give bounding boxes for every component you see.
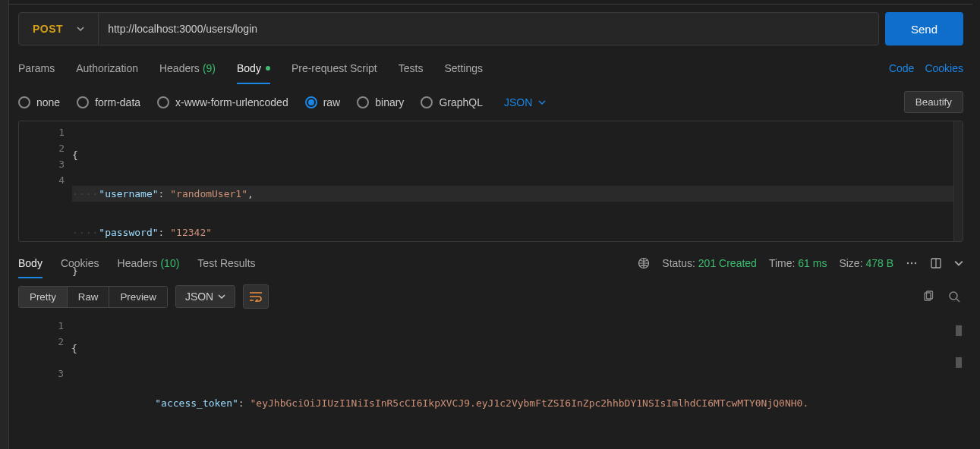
- tab-settings[interactable]: Settings: [444, 53, 483, 83]
- radio-icon: [357, 96, 369, 108]
- line-gutter: 1 2 3: [18, 315, 71, 421]
- method-label: POST: [33, 23, 63, 35]
- resp-tab-headers[interactable]: Headers (10): [118, 254, 180, 272]
- left-gutter: [0, 0, 9, 449]
- radio-icon: [305, 96, 317, 108]
- code-area[interactable]: { "access_token": "eyJhbGciOiJIUzI1NiIsI…: [71, 315, 963, 421]
- svg-line-11: [956, 299, 960, 302]
- body-format-dropdown[interactable]: JSON: [504, 96, 546, 108]
- request-body-editor[interactable]: 1 2 3 4 { ····"username": "randomUser1",…: [18, 121, 963, 242]
- url-box: POST: [18, 12, 879, 46]
- radio-icon: [421, 96, 433, 108]
- radio-icon: [157, 96, 169, 108]
- body-modified-dot: [266, 66, 270, 71]
- response-body-editor[interactable]: 1 2 3 { "access_token": "eyJhbGciOiJIUzI…: [18, 315, 963, 421]
- resp-tab-body[interactable]: Body: [18, 254, 43, 272]
- radio-graphql[interactable]: GraphQL: [421, 96, 483, 108]
- tab-prerequest[interactable]: Pre-request Script: [291, 53, 377, 83]
- radio-icon: [77, 96, 89, 108]
- cookies-link[interactable]: Cookies: [925, 62, 963, 74]
- radio-urlencoded[interactable]: x-www-form-urlencoded: [157, 96, 288, 108]
- method-select[interactable]: POST: [19, 13, 99, 45]
- scrollbar[interactable]: [956, 315, 963, 378]
- code-link[interactable]: Code: [889, 62, 914, 74]
- tab-body[interactable]: Body: [237, 53, 270, 83]
- tab-headers[interactable]: Headers (9): [159, 53, 216, 83]
- headers-count: (9): [203, 62, 216, 74]
- minimap: [953, 121, 963, 241]
- resp-tab-cookies[interactable]: Cookies: [61, 254, 99, 272]
- send-button[interactable]: Send: [885, 12, 963, 46]
- resp-tab-testresults[interactable]: Test Results: [197, 254, 255, 272]
- tab-authorization[interactable]: Authorization: [76, 53, 138, 83]
- request-tabs: Params Authorization Headers (9) Body Pr…: [9, 53, 972, 83]
- body-type-row: none form-data x-www-form-urlencoded raw…: [9, 83, 972, 121]
- tab-params[interactable]: Params: [18, 53, 55, 83]
- radio-binary[interactable]: binary: [357, 96, 404, 108]
- radio-formdata[interactable]: form-data: [77, 96, 140, 108]
- beautify-button[interactable]: Beautify: [904, 91, 963, 113]
- tab-tests[interactable]: Tests: [399, 53, 424, 83]
- request-row: POST Send: [9, 5, 972, 53]
- view-pretty[interactable]: Pretty: [19, 287, 68, 307]
- radio-icon: [18, 96, 30, 108]
- chevron-down-icon: [538, 99, 546, 106]
- url-input[interactable]: [99, 13, 878, 45]
- chevron-down-icon[interactable]: [954, 259, 963, 268]
- code-area[interactable]: { ····"username": "randomUser1", ····"pa…: [72, 121, 953, 241]
- radio-raw[interactable]: raw: [305, 96, 341, 108]
- line-gutter: 1 2 3 4: [19, 121, 72, 241]
- radio-none[interactable]: none: [18, 96, 60, 108]
- chevron-down-icon: [77, 25, 84, 33]
- resp-headers-count: (10): [160, 257, 179, 269]
